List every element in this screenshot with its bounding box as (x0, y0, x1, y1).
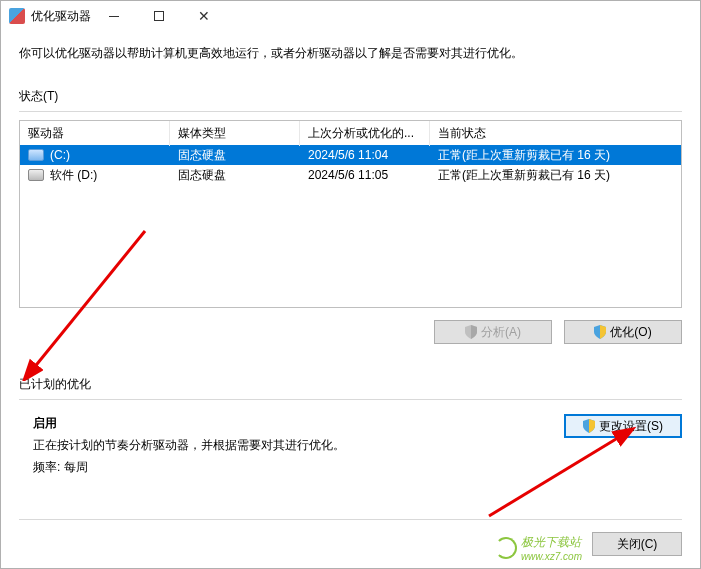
header-last[interactable]: 上次分析或优化的... (300, 121, 430, 146)
schedule-info: 启用 正在按计划的节奏分析驱动器，并根据需要对其进行优化。 频率: 每周 (33, 414, 564, 480)
schedule-enabled-title: 启用 (33, 414, 564, 432)
table-row[interactable]: (C:) 固态硬盘 2024/5/6 11:04 正常(距上次重新剪裁已有 16… (20, 145, 681, 165)
optimize-button[interactable]: 优化(O) (564, 320, 682, 344)
close-label: 关闭(C) (617, 536, 658, 553)
minimize-button[interactable] (91, 1, 136, 31)
schedule-section: 已计划的优化 启用 正在按计划的节奏分析驱动器，并根据需要对其进行优化。 频率:… (19, 376, 682, 480)
drive-state: 正常(距上次重新剪裁已有 16 天) (430, 145, 681, 166)
drive-icon (28, 169, 44, 181)
shield-icon (594, 325, 606, 339)
divider (19, 399, 682, 400)
watermark-main: 极光下载站 (521, 535, 581, 549)
change-settings-button[interactable]: 更改设置(S) (564, 414, 682, 438)
footer-divider (19, 519, 682, 520)
maximize-button[interactable] (136, 1, 181, 31)
divider (19, 111, 682, 112)
schedule-label: 已计划的优化 (19, 376, 682, 393)
close-icon: ✕ (198, 9, 210, 23)
watermark-sub: www.xz7.com (521, 551, 582, 562)
drive-last: 2024/5/6 11:05 (300, 166, 430, 184)
change-settings-label: 更改设置(S) (599, 418, 663, 435)
drive-name: (C:) (50, 148, 70, 162)
window-title: 优化驱动器 (31, 8, 91, 25)
shield-icon (583, 419, 595, 433)
watermark: 极光下载站 www.xz7.com (495, 534, 582, 562)
close-dialog-button[interactable]: 关闭(C) (592, 532, 682, 556)
optimize-label: 优化(O) (610, 324, 651, 341)
table-row[interactable]: 软件 (D:) 固态硬盘 2024/5/6 11:05 正常(距上次重新剪裁已有… (20, 165, 681, 185)
header-drive[interactable]: 驱动器 (20, 121, 170, 146)
drive-media: 固态硬盘 (170, 165, 300, 186)
action-buttons: 分析(A) 优化(O) (19, 320, 682, 344)
footer: 关闭(C) (592, 532, 682, 556)
drive-last: 2024/5/6 11:04 (300, 146, 430, 164)
drive-list[interactable]: 驱动器 媒体类型 上次分析或优化的... 当前状态 (C:) 固态硬盘 2024… (19, 120, 682, 308)
header-media[interactable]: 媒体类型 (170, 121, 300, 146)
intro-text: 你可以优化驱动器以帮助计算机更高效地运行，或者分析驱动器以了解是否需要对其进行优… (19, 45, 682, 62)
drive-state: 正常(距上次重新剪裁已有 16 天) (430, 165, 681, 186)
analyze-button: 分析(A) (434, 320, 552, 344)
analyze-label: 分析(A) (481, 324, 521, 341)
drive-icon (28, 149, 44, 161)
titlebar: 优化驱动器 ✕ (1, 1, 700, 31)
close-button[interactable]: ✕ (181, 1, 226, 31)
schedule-frequency: 频率: 每周 (33, 458, 564, 476)
drive-list-header: 驱动器 媒体类型 上次分析或优化的... 当前状态 (20, 121, 681, 145)
drive-media: 固态硬盘 (170, 145, 300, 166)
content-area: 你可以优化驱动器以帮助计算机更高效地运行，或者分析驱动器以了解是否需要对其进行优… (1, 31, 700, 480)
header-state[interactable]: 当前状态 (430, 121, 681, 146)
shield-icon (465, 325, 477, 339)
maximize-icon (154, 11, 164, 21)
status-label: 状态(T) (19, 88, 682, 105)
minimize-icon (109, 16, 119, 17)
drive-name: 软件 (D:) (50, 167, 97, 184)
app-icon (9, 8, 25, 24)
schedule-description: 正在按计划的节奏分析驱动器，并根据需要对其进行优化。 (33, 436, 564, 454)
watermark-icon (495, 537, 517, 559)
